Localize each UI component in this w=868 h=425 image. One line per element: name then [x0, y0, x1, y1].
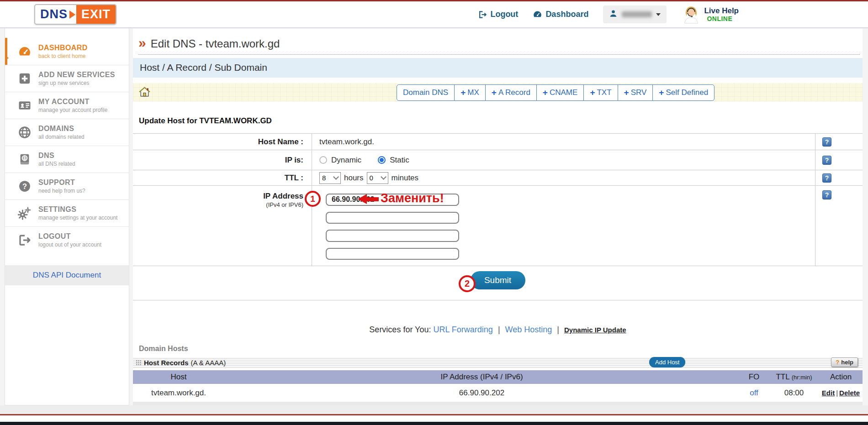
help-icon[interactable]: ?	[822, 190, 831, 199]
user-menu[interactable]	[603, 5, 667, 23]
sidebar-item-domains[interactable]: DOMAINSall domains related	[5, 119, 129, 146]
tab-add-a-record[interactable]: +A Record	[485, 85, 536, 100]
sidebar: DASHBOARDback to client home ADD NEW SER…	[5, 28, 129, 405]
radio-static[interactable]	[378, 156, 386, 164]
col-action: Action	[819, 373, 863, 382]
ttl-label: TTL :	[133, 170, 312, 185]
sidebar-item-label: MY ACCOUNT	[38, 98, 90, 105]
tab-add-self-defined[interactable]: +Self Defined	[652, 85, 714, 100]
sidebar-item-label: LOGOUT	[38, 232, 71, 240]
sidebar-item-label: DNS	[38, 152, 54, 159]
sidebar-item-sub: back to client home	[38, 53, 88, 59]
col-host: Host	[133, 373, 224, 382]
username-blurred	[622, 11, 652, 17]
live-help-widget[interactable]: Live Help ONLINE	[681, 4, 739, 26]
ttl-hours-select[interactable]: 8	[319, 172, 341, 184]
services-line: Services for You: URL Forwarding | Web H…	[133, 325, 863, 335]
logout-link[interactable]: Logout	[478, 10, 518, 19]
radio-static-label: Static	[390, 156, 409, 165]
home-icon[interactable]	[138, 86, 151, 100]
sidebar-item-sub: sign up new services	[38, 80, 115, 86]
speedometer-icon	[533, 10, 542, 19]
help-icon[interactable]: ?	[822, 156, 831, 165]
dynamic-ip-update-link[interactable]: Dynamic IP Update	[564, 326, 626, 334]
sidebar-item-sub: logout out of your account	[38, 241, 101, 248]
sidebar-item-dns[interactable]: DNSall DNS related	[5, 146, 129, 173]
ip-address-input-2[interactable]	[326, 212, 459, 224]
submit-button[interactable]: Submit	[471, 271, 525, 289]
logo-exit-text: EXIT	[76, 5, 116, 24]
section-title: Host / A Record / Sub Domain	[133, 58, 863, 78]
sidebar-item-sub: manage your account profile	[38, 107, 107, 113]
host-records-label: Host Records	[144, 359, 189, 367]
dns-exit-logo[interactable]: DNS EXIT	[34, 4, 116, 25]
footer-gap	[0, 415, 868, 422]
tab-add-cname[interactable]: +CNAME	[536, 85, 584, 100]
domain-hosts-title: Domain Hosts	[139, 345, 863, 353]
sidebar-item-label: DOMAINS	[38, 125, 74, 132]
help-icon[interactable]: ?	[822, 173, 831, 183]
sidebar-item-add-new-services[interactable]: ADD NEW SERVICESsign up new services	[5, 65, 129, 92]
host-records-bar: Host Records (A & AAAA) Add Host ?help	[133, 357, 863, 368]
host-name-row: Host Name : tvteam.work.gd. ?	[133, 134, 863, 150]
ip-address-label: IP Address	[263, 192, 303, 201]
minutes-label: minutes	[392, 173, 419, 183]
help-button[interactable]: ?help	[831, 357, 858, 367]
ttl-minutes-select[interactable]: 0	[367, 172, 388, 184]
tab-domain-dns[interactable]: Domain DNS	[397, 85, 454, 100]
add-host-button[interactable]: Add Host	[649, 357, 685, 367]
host-name-label: Host Name :	[133, 134, 312, 150]
form-title: Update Host for TVTEAM.WORK.GD	[139, 116, 863, 126]
host-table-header: Host IP Address (IPv4 / IPv6) FO TTL (hr…	[133, 370, 863, 384]
radio-dynamic[interactable]	[319, 156, 327, 164]
dashboard-link[interactable]: Dashboard	[533, 10, 588, 19]
sidebar-item-my-account[interactable]: MY ACCOUNTmanage your account profile	[5, 92, 129, 119]
ip-is-row: IP is: Dynamic Static ?	[133, 150, 863, 170]
sidebar-item-sub: all domains related	[38, 134, 85, 140]
submit-row: Submit	[133, 271, 863, 300]
tab-add-srv[interactable]: +SRV	[618, 85, 653, 100]
row-host: tvteam.work.gd.	[133, 388, 224, 398]
logo-arrow-icon	[69, 5, 76, 24]
delete-link[interactable]: Delete	[839, 389, 860, 397]
tab-add-mx[interactable]: +MX	[454, 85, 485, 100]
services-prefix: Services for You:	[369, 325, 431, 334]
sidebar-item-sub: need help from us?	[38, 188, 85, 194]
help-icon[interactable]: ?	[822, 137, 831, 147]
row-ttl: 08:00	[769, 388, 819, 398]
row-ip: 66.90.90.202	[224, 388, 739, 398]
annotation-step-1-circle: 1	[305, 191, 321, 207]
sidebar-item-logout[interactable]: LOGOUTlogout out of your account	[5, 226, 129, 253]
dns-book-icon	[18, 152, 32, 166]
web-hosting-link[interactable]: Web Hosting	[505, 325, 552, 334]
question-circle-icon: ?	[18, 179, 32, 193]
page-title: Edit DNS - tvteam.work.gd	[151, 37, 280, 50]
dns-api-document-link[interactable]: DNS API Document	[5, 265, 129, 285]
sidebar-item-label: SETTINGS	[38, 205, 76, 213]
page: DNS EXIT Logout Dashboard Live Help	[0, 0, 868, 425]
user-icon	[609, 9, 618, 20]
id-card-icon	[18, 99, 32, 112]
sidebar-item-support[interactable]: ? SUPPORTneed help from us?	[5, 173, 129, 199]
sidebar-item-dashboard[interactable]: DASHBOARDback to client home	[5, 38, 129, 65]
footer-bar	[0, 405, 868, 415]
sidebar-item-sub: manage settings at your account	[38, 215, 117, 221]
logout-icon	[478, 10, 487, 19]
host-name-value: tvteam.work.gd.	[312, 134, 815, 150]
bottom-dark-strip	[0, 422, 868, 425]
chevron-down-icon	[656, 13, 661, 16]
page-title-row: » Edit DNS - tvteam.work.gd	[138, 37, 860, 55]
chevron-down-icon	[333, 174, 339, 180]
ip-address-input-4[interactable]	[326, 248, 459, 260]
ip-address-sublabel: (IPv4 or IPV6)	[266, 201, 303, 208]
chevron-down-icon	[381, 174, 386, 180]
sidebar-item-settings[interactable]: SETTINGSmanage settings at your account	[5, 199, 129, 226]
svg-text:?: ?	[22, 182, 27, 190]
edit-link[interactable]: Edit	[822, 389, 835, 397]
radio-dynamic-label: Dynamic	[331, 156, 361, 165]
tab-add-txt[interactable]: +TXT	[583, 85, 617, 100]
fo-toggle-link[interactable]: off	[750, 388, 758, 397]
url-forwarding-link[interactable]: URL Forwarding	[433, 325, 492, 334]
annotation-arrow-left-icon	[358, 194, 379, 204]
ip-address-input-3[interactable]	[326, 230, 459, 242]
